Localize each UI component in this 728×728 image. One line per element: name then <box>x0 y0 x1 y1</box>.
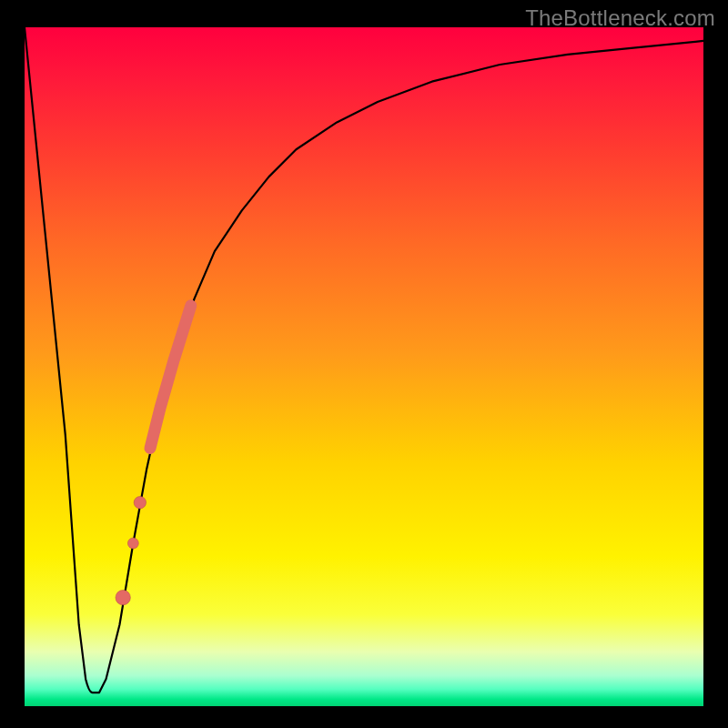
watermark-text: TheBottleneck.com <box>525 5 715 31</box>
marker-dot-c <box>116 590 130 604</box>
chart-svg <box>25 27 703 706</box>
marker-thick-segment <box>150 306 191 449</box>
chart-container: TheBottleneck.com <box>0 0 728 728</box>
marker-dot-b <box>127 538 138 549</box>
marker-dot-a <box>134 496 146 508</box>
